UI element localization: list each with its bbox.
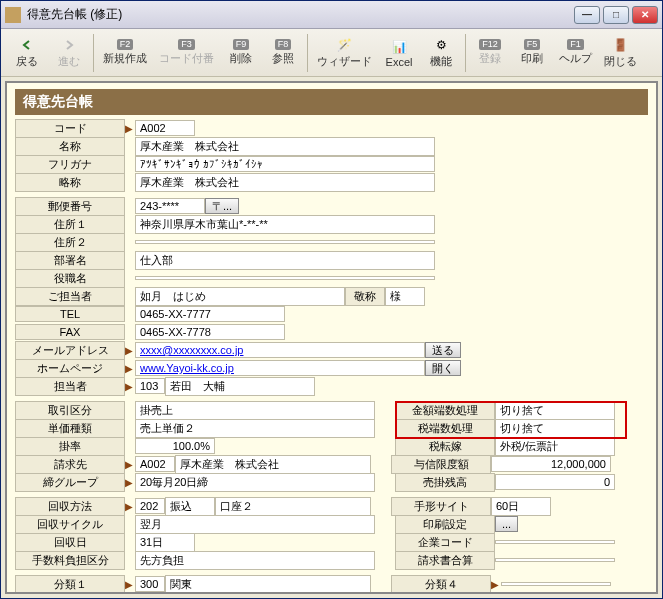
function-button[interactable]: ⚙機能 [421,32,461,74]
addr1-field[interactable]: 神奈川県厚木市葉山*-**-** [135,215,435,234]
tel-field[interactable]: 0465-XX-7777 [135,306,285,322]
seikyusho-field[interactable] [495,558,615,562]
marker-icon: ▶ [125,363,135,374]
close-window-button[interactable]: ✕ [632,6,658,24]
zeitenka-label: 税転嫁 [395,437,495,456]
yoshin-field[interactable]: 12,000,000 [491,456,611,472]
window-title: 得意先台帳 (修正) [27,6,574,23]
title-field[interactable] [135,276,435,280]
cycle-field[interactable]: 翌月 [135,515,375,534]
send-mail-button[interactable]: 送る [425,342,461,358]
marker-icon: ▶ [125,501,135,512]
bunrui5-label: 分類５ [395,593,495,595]
urizan-label: 売掛残高 [395,473,495,492]
seikyu-code-field[interactable]: A002 [135,456,175,472]
zei-field[interactable]: 切り捨て [495,419,615,438]
app-window: 得意先台帳 (修正) — □ ✕ 戻る 進む F2新規作成 F3コード付番 F9… [0,0,663,599]
mail-field[interactable]: xxxx@xxxxxxxx.co.jp [135,342,425,358]
help-button[interactable]: F1ヘルプ [554,32,597,74]
kakeritu-field[interactable]: 100.0% [135,438,215,454]
open-homepage-button[interactable]: 開く [425,360,461,376]
forward-button[interactable]: 進む [49,32,89,74]
tegata-label: 手形サイト [391,497,491,516]
bunrui1-label: 分類１ [15,575,125,594]
name-field[interactable]: 厚木産業 株式会社 [135,137,435,156]
contact-label: ご担当者 [15,287,125,306]
zeitenka-field[interactable]: 外税/伝票計 [495,437,615,456]
bunrui1-field[interactable]: 関東 [165,575,371,594]
marker-icon: ▶ [125,477,135,488]
honor-label: 敬称 [345,287,385,306]
code-field[interactable]: A002 [135,120,195,136]
toolbar: 戻る 進む F2新規作成 F3コード付番 F9削除 F8参照 🪄ウィザード 📊E… [1,29,662,77]
shime-field[interactable]: 20毎月20日締 [135,473,375,492]
kana-field[interactable]: ｱﾂｷﾞｻﾝｷﾞｮｳ ｶﾌﾞｼｷｶﾞｲｼｬ [135,156,435,172]
kaishubi-field[interactable]: 31日 [135,533,195,552]
tantou-name-field[interactable]: 若田 大輔 [165,377,315,396]
torihiki-field[interactable]: 掛売上 [135,401,375,420]
kana-label: フリガナ [15,155,125,174]
fax-field[interactable]: 0465-XX-7778 [135,324,285,340]
dept-field[interactable]: 仕入部 [135,251,435,270]
tanka-label: 単価種類 [15,419,125,438]
abbr-label: 略称 [15,173,125,192]
zip-lookup-button[interactable]: 〒... [205,198,239,214]
yoshin-label: 与信限度額 [391,455,491,474]
kigyo-field[interactable] [495,540,615,544]
koza-field[interactable]: 口座２ [215,497,371,516]
marker-icon: ▶ [125,381,135,392]
addr2-label: 住所２ [15,233,125,252]
register-button[interactable]: F12登録 [470,32,510,74]
seikyusho-label: 請求書合算 [395,551,495,570]
kigyo-label: 企業コード [395,533,495,552]
contact-field[interactable]: 如月 はじめ [135,287,345,306]
homepage-field[interactable]: www.Yayoi-kk.co.jp [135,360,425,376]
close-button[interactable]: 🚪閉じる [599,32,642,74]
code-button[interactable]: F3コード付番 [154,32,219,74]
kaishu-name-field[interactable]: 振込 [165,497,215,516]
bunrui1-code-field[interactable]: 300 [135,576,165,592]
wizard-icon: 🪄 [336,36,354,54]
maximize-button[interactable]: □ [603,6,629,24]
marker-icon: ▶ [491,579,501,590]
urizan-field[interactable]: 0 [495,474,615,490]
section-title: 得意先台帳 [15,89,648,115]
back-arrow-icon [18,36,36,54]
kingaku-field[interactable]: 切り捨て [495,401,615,420]
print-button[interactable]: F5印刷 [512,32,552,74]
insatsu-label: 印刷設定 [395,515,495,534]
content-area: 得意先台帳 コード▶A002 名称 厚木産業 株式会社 フリガナ ｱﾂｷﾞｻﾝｷ… [5,81,658,594]
tesuryo-field[interactable]: 先方負担 [135,551,375,570]
abbr-field[interactable]: 厚木産業 株式会社 [135,173,435,192]
tanka-field[interactable]: 売上単価２ [135,419,375,438]
app-icon [5,7,21,23]
addr2-field[interactable] [135,240,435,244]
bunrui4-field[interactable] [501,582,611,586]
excel-icon: 📊 [390,38,408,56]
marker-icon: ▶ [125,579,135,590]
print-settings-button[interactable]: ... [495,516,518,532]
seikyu-name-field[interactable]: 厚木産業 株式会社 [175,455,371,474]
torihiki-label: 取引区分 [15,401,125,420]
marker-icon: ▶ [125,345,135,356]
dept-label: 部署名 [15,251,125,270]
kaishu-code-field[interactable]: 202 [135,498,165,514]
title-label: 役職名 [15,269,125,288]
mail-label: メールアドレス [15,341,125,360]
minimize-button[interactable]: — [574,6,600,24]
tegata-field[interactable]: 60日 [491,497,551,516]
excel-button[interactable]: 📊Excel [379,32,419,74]
bunrui4-label: 分類４ [391,575,491,594]
tantou-code-field[interactable]: 103 [135,378,165,394]
delete-button[interactable]: F9削除 [221,32,261,74]
zip-field[interactable]: 243-**** [135,198,205,214]
honor-field[interactable]: 様 [385,287,425,306]
new-button[interactable]: F2新規作成 [98,32,152,74]
reference-button[interactable]: F8参照 [263,32,303,74]
back-button[interactable]: 戻る [7,32,47,74]
tel-label: TEL [15,306,125,322]
kingaku-label: 金額端数処理 [395,401,495,420]
tesuryo-label: 手数料負担区分 [15,551,125,570]
marker-icon: ▶ [125,123,135,134]
wizard-button[interactable]: 🪄ウィザード [312,32,377,74]
